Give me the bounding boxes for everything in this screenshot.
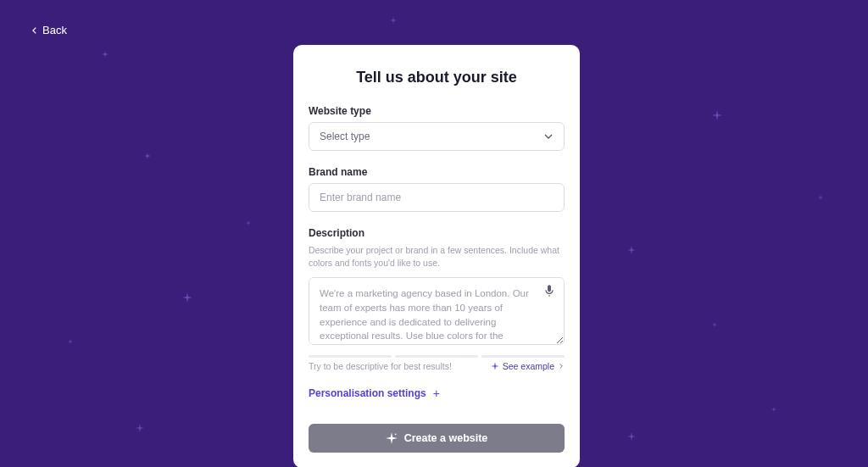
description-textarea[interactable] [309,277,565,345]
back-label: Back [42,24,67,36]
brand-name-input[interactable] [309,183,565,212]
sparkle-icon [386,432,398,444]
plus-icon: + [433,386,440,400]
description-tip: Try to be descriptive for best results! [309,361,452,371]
back-button[interactable]: Back [31,24,67,36]
chevron-left-icon [31,26,39,35]
sparkle-icon [818,195,823,200]
create-website-button[interactable]: Create a website [309,424,565,453]
website-type-placeholder: Select type [320,131,370,142]
personalisation-toggle[interactable]: Personalisation settings + [309,386,565,400]
onboarding-card: Tell us about your site Website type Sel… [293,45,580,467]
sparkle-icon [491,362,499,370]
strength-segment [395,355,478,358]
brand-name-label: Brand name [309,166,565,178]
create-website-label: Create a website [404,432,488,444]
strength-segment [309,355,392,358]
see-example-link[interactable]: See example [491,361,565,371]
description-hint: Describe your project or brand in a few … [309,244,565,269]
microphone-icon[interactable] [542,284,556,297]
sparkle-icon [712,110,722,120]
description-label: Description [309,227,565,239]
chevron-down-icon [543,131,554,142]
sparkle-icon [771,407,776,412]
sparkle-icon [136,424,144,432]
sparkle-icon [390,17,397,24]
sparkle-icon [712,322,717,327]
see-example-label: See example [503,361,554,371]
website-type-select[interactable]: Select type [309,122,565,151]
svg-point-0 [394,434,396,436]
sparkle-icon [144,153,151,159]
sparkle-icon [182,292,192,303]
website-type-label: Website type [309,105,565,117]
sparkle-icon [68,339,73,344]
card-title: Tell us about your site [309,69,565,86]
personalisation-label: Personalisation settings [309,387,426,399]
chevron-right-icon [558,363,565,370]
sparkle-icon [627,432,636,441]
sparkle-icon [102,51,108,58]
sparkle-icon [246,220,251,225]
description-strength-bar [309,355,565,358]
sparkle-icon [627,246,636,254]
strength-segment [481,355,565,358]
